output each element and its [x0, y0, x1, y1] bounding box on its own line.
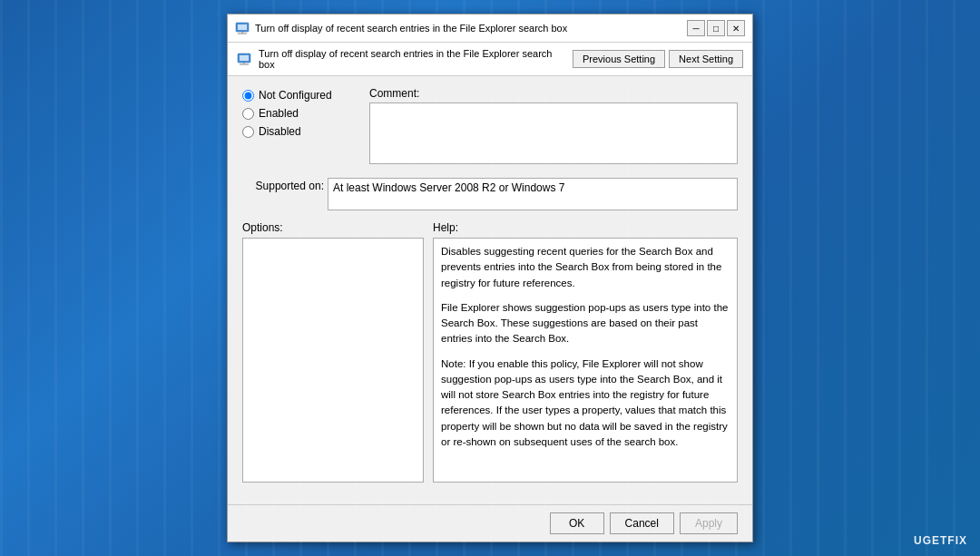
window-icon	[235, 21, 250, 35]
radio-disabled-label: Disabled	[259, 125, 301, 138]
radio-enabled[interactable]: Enabled	[242, 107, 360, 120]
supported-value: At least Windows Server 2008 R2 or Windo…	[328, 178, 738, 210]
dialog-footer: OK Cancel Apply	[228, 504, 752, 541]
title-bar: Turn off display of recent search entrie…	[228, 15, 752, 43]
radio-not-configured-input[interactable]	[242, 90, 254, 102]
radio-disabled-input[interactable]	[242, 126, 254, 138]
comment-label: Comment:	[369, 87, 738, 100]
help-paragraph-2: File Explorer shows suggestion pop-ups a…	[441, 300, 730, 347]
next-setting-button[interactable]: Next Setting	[669, 50, 743, 68]
comment-textarea[interactable]	[369, 102, 738, 164]
options-label: Options:	[242, 221, 424, 234]
policy-dialog: Turn off display of recent search entrie…	[227, 14, 753, 542]
watermark: UGETFIX	[914, 534, 967, 547]
comment-section: Comment:	[369, 87, 738, 167]
help-paragraph-3: Note: If you enable this policy, File Ex…	[441, 356, 730, 451]
cancel-button[interactable]: Cancel	[610, 512, 674, 534]
supported-section: Supported on: At least Windows Server 20…	[242, 178, 738, 210]
top-section: Not Configured Enabled Disabled Comment:	[242, 87, 738, 167]
subtitle-icon	[237, 52, 251, 66]
minimize-button[interactable]: ─	[687, 20, 705, 36]
bottom-section: Options: Help: Disables suggesting recen…	[242, 221, 738, 483]
radio-group: Not Configured Enabled Disabled	[242, 87, 360, 167]
help-paragraph-1: Disables suggesting recent queries for t…	[441, 244, 730, 291]
close-button[interactable]: ✕	[727, 20, 745, 36]
svg-rect-1	[238, 24, 247, 30]
previous-setting-button[interactable]: Previous Setting	[573, 50, 665, 68]
svg-rect-5	[240, 55, 249, 61]
radio-disabled[interactable]: Disabled	[242, 125, 360, 138]
subtitle-text: Turn off display of recent search entrie…	[259, 48, 565, 70]
window-controls: ─ □ ✕	[687, 20, 745, 36]
nav-buttons: Previous Setting Next Setting	[573, 50, 743, 68]
apply-button[interactable]: Apply	[680, 512, 738, 534]
radio-enabled-label: Enabled	[259, 107, 299, 120]
help-panel: Help: Disables suggesting recent queries…	[433, 221, 738, 483]
subtitle-bar: Turn off display of recent search entrie…	[228, 43, 752, 76]
window-title: Turn off display of recent search entrie…	[255, 23, 681, 34]
options-box	[242, 238, 424, 483]
help-box: Disables suggesting recent queries for t…	[433, 238, 738, 483]
maximize-button[interactable]: □	[707, 20, 725, 36]
radio-not-configured[interactable]: Not Configured	[242, 89, 360, 102]
options-panel: Options:	[242, 221, 424, 483]
supported-label: Supported on:	[242, 178, 324, 192]
radio-not-configured-label: Not Configured	[259, 89, 332, 102]
radio-enabled-input[interactable]	[242, 108, 254, 120]
dialog-content: Not Configured Enabled Disabled Comment:…	[228, 76, 752, 504]
help-label: Help:	[433, 221, 738, 234]
ok-button[interactable]: OK	[550, 512, 604, 534]
